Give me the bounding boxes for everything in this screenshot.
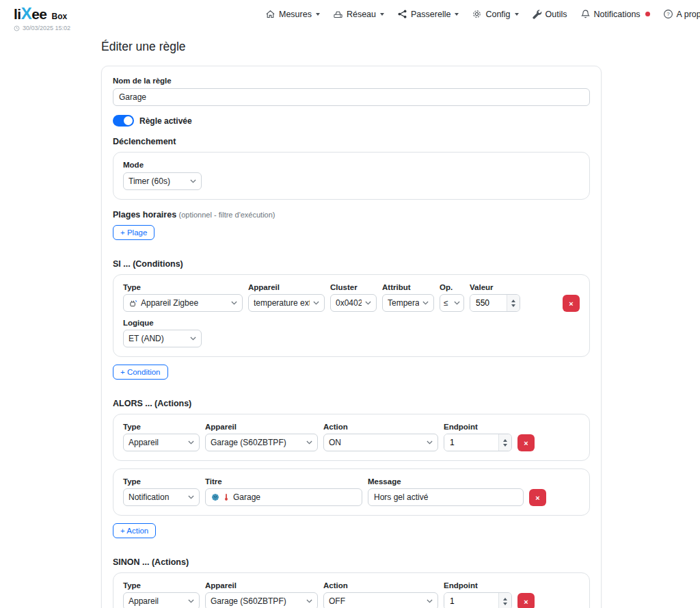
- condition-type-select[interactable]: Appareil Zigbee: [123, 294, 243, 312]
- chevron-down-icon: [306, 599, 312, 603]
- nav-item-mesures[interactable]: Mesures: [265, 9, 320, 19]
- alors-device-endpoint-input[interactable]: [444, 434, 512, 451]
- nav-item-config[interactable]: Config: [472, 9, 518, 19]
- alors-notif-titre-input[interactable]: Garage: [205, 488, 362, 506]
- condition-type-label: Type: [123, 283, 243, 291]
- chevron-down-icon: [306, 440, 312, 445]
- chevron-down-icon: [422, 301, 429, 305]
- rule-enabled-label: Règle activée: [139, 116, 192, 126]
- sinon-device-action-select[interactable]: OFF: [323, 592, 438, 608]
- nav-item-apropos[interactable]: ? A propos: [663, 9, 700, 19]
- condition-valeur-label: Valeur: [470, 283, 520, 291]
- network-icon: [333, 9, 343, 19]
- logo-text: liXee: [14, 5, 47, 22]
- sinon-device-endpoint-label: Endpoint: [444, 581, 512, 590]
- nav-item-outils[interactable]: Outils: [532, 9, 567, 19]
- thermometer-icon: [222, 493, 230, 501]
- chevron-down-icon: [380, 13, 384, 16]
- cold-face-icon: [211, 493, 219, 501]
- alors-device-remove-button[interactable]: ×: [517, 434, 535, 451]
- endpoint-stepper[interactable]: [498, 593, 511, 608]
- plages-heading: Plages horaires (optionnel - filtre d'ex…: [113, 210, 590, 220]
- home-icon: [265, 9, 275, 19]
- chevron-down-icon: [188, 599, 194, 603]
- nav-item-passerelle[interactable]: Passerelle: [397, 9, 459, 19]
- condition-remove-button[interactable]: ×: [563, 295, 580, 312]
- condition-cluster-label: Cluster: [330, 283, 377, 291]
- sinon-device-card: Type Appareil Appareil Garage (S60ZBTPF)…: [113, 572, 590, 608]
- plages-hint: (optionnel - filtre d'exécution): [179, 211, 275, 219]
- condition-valeur-input[interactable]: [470, 294, 520, 312]
- top-bar: liXee Box 30/03/2025 15:02 Mesures Résea…: [0, 0, 700, 33]
- nav-item-reseau[interactable]: Réseau: [333, 9, 384, 19]
- chevron-down-icon: [427, 440, 433, 445]
- zigbee-device-icon: [129, 299, 137, 308]
- alors-device-appareil-select[interactable]: Garage (S60ZBTPF): [205, 434, 318, 451]
- rule-form-card: Nom de la règle Règle activée Déclenchem…: [101, 66, 602, 608]
- alors-notif-type-label: Type: [123, 477, 200, 486]
- alors-device-endpoint-label: Endpoint: [444, 423, 512, 431]
- share-nodes-icon: [397, 9, 407, 19]
- chevron-down-icon: [427, 599, 433, 603]
- sinon-device-appareil-label: Appareil: [205, 581, 318, 590]
- sinon-device-appareil-select[interactable]: Garage (S60ZBTPF): [205, 592, 318, 608]
- rule-name-input[interactable]: [113, 88, 590, 106]
- add-alors-action-button[interactable]: + Action: [113, 523, 156, 538]
- condition-appareil-select[interactable]: temperature extérieure: [248, 294, 325, 312]
- rule-enabled-toggle[interactable]: [113, 115, 134, 127]
- chevron-down-icon: [188, 440, 194, 445]
- alors-notif-message-label: Message: [368, 477, 524, 486]
- alors-notif-remove-button[interactable]: ×: [529, 489, 546, 506]
- trigger-heading: Déclenchement: [113, 137, 590, 146]
- alors-device-action-label: Action: [323, 423, 438, 431]
- mode-select[interactable]: Timer (60s): [123, 172, 202, 190]
- chevron-down-icon: [365, 301, 371, 305]
- sinon-heading: SINON ... (Actions): [113, 557, 590, 567]
- condition-op-label: Op.: [440, 283, 464, 291]
- main-nav: Mesures Réseau Passerelle Config Outils: [265, 9, 700, 19]
- sinon-device-remove-button[interactable]: ×: [517, 593, 535, 608]
- alors-device-appareil-label: Appareil: [205, 423, 318, 431]
- alors-device-type-select[interactable]: Appareil: [123, 434, 200, 451]
- logique-select[interactable]: ET (AND): [123, 330, 202, 347]
- condition-op-select[interactable]: ≤: [440, 294, 464, 312]
- clock-icon: [14, 25, 20, 31]
- condition-valeur-field[interactable]: [470, 295, 507, 311]
- wrench-icon: [532, 9, 542, 19]
- sinon-endpoint-field[interactable]: [444, 593, 498, 608]
- add-plage-button[interactable]: + Plage: [113, 225, 154, 240]
- alors-notif-titre-label: Titre: [205, 477, 362, 486]
- chevron-down-icon: [188, 495, 194, 499]
- sinon-device-type-label: Type: [123, 581, 200, 590]
- condition-card: Type Appareil Zigbee Appareil temperatur…: [113, 274, 590, 357]
- condition-appareil-label: Appareil: [248, 283, 325, 291]
- svg-text:?: ?: [667, 11, 670, 17]
- alors-notif-type-select[interactable]: Notification: [123, 488, 200, 506]
- sinon-device-type-select[interactable]: Appareil: [123, 592, 200, 608]
- chevron-down-icon: [231, 301, 237, 305]
- condition-cluster-select[interactable]: 0x0402 - Ten: [330, 294, 377, 312]
- sinon-device-endpoint-input[interactable]: [444, 592, 512, 608]
- alors-notification-card: Type Notification Titre: [113, 468, 590, 516]
- conditions-heading: SI ... (Conditions): [113, 259, 590, 269]
- rule-name-label: Nom de la règle: [113, 77, 590, 85]
- endpoint-stepper[interactable]: [498, 434, 511, 451]
- header-datetime: 30/03/2025 15:02: [14, 25, 686, 31]
- question-circle-icon: ?: [663, 9, 673, 19]
- logique-label: Logique: [123, 319, 202, 327]
- alors-device-action-select[interactable]: ON: [323, 434, 438, 451]
- add-condition-button[interactable]: + Condition: [113, 365, 168, 380]
- bell-icon: [580, 9, 591, 19]
- chevron-down-icon: [313, 301, 319, 305]
- chevron-down-icon: [190, 179, 196, 183]
- alors-endpoint-field[interactable]: [444, 434, 498, 451]
- chevron-down-icon: [316, 13, 320, 16]
- alors-notif-message-input[interactable]: [368, 488, 524, 506]
- alors-device-type-label: Type: [123, 423, 200, 431]
- alors-heading: ALORS ... (Actions): [113, 399, 590, 408]
- nav-item-notifications[interactable]: Notifications: [580, 9, 650, 19]
- condition-attribut-label: Attribut: [382, 283, 434, 291]
- chevron-down-icon: [190, 336, 196, 341]
- valeur-stepper[interactable]: [507, 295, 520, 311]
- condition-attribut-select[interactable]: Temperature: [382, 294, 434, 312]
